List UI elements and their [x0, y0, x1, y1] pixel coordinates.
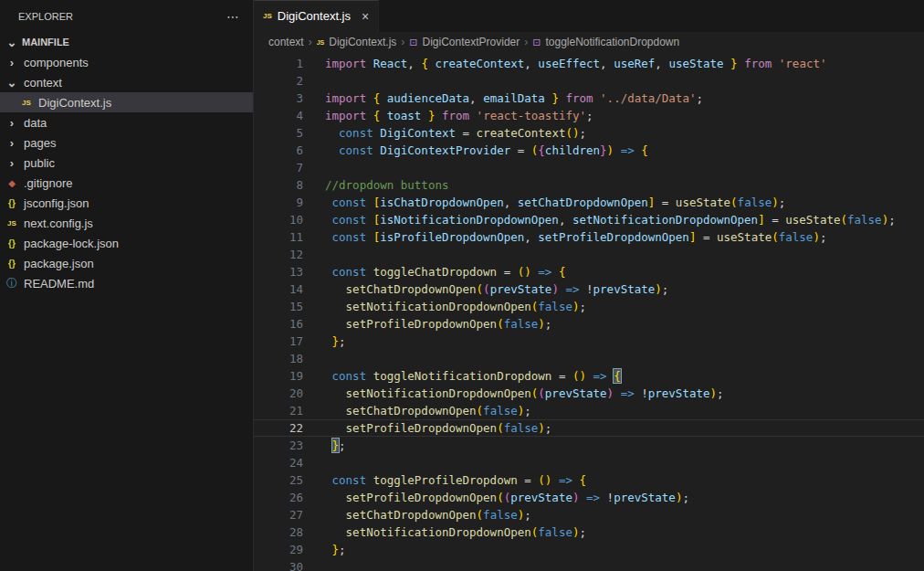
- tree-item-jsconfig-json[interactable]: {}jsconfig.json: [0, 193, 253, 213]
- line-number[interactable]: 6: [254, 142, 303, 159]
- code-token: DigiContext: [380, 126, 456, 140]
- code-line-28[interactable]: 28 setNotificationDropdownOpen(false);: [254, 523, 924, 541]
- line-number[interactable]: 23: [254, 437, 303, 454]
- line-number[interactable]: 8: [254, 176, 303, 194]
- code-token: =>: [586, 491, 600, 504]
- close-icon[interactable]: ×: [362, 9, 369, 24]
- code-token: ;: [339, 439, 346, 452]
- line-number[interactable]: 29: [254, 541, 303, 558]
- tab-digicontext-js[interactable]: JS DigiContext.js ×: [254, 0, 379, 32]
- code-editor[interactable]: 1import React, { createContext, useEffec…: [254, 52, 924, 571]
- tree-item-pages[interactable]: ›pages: [0, 132, 253, 153]
- code-line-29[interactable]: 29 };: [254, 541, 924, 558]
- code-line-25[interactable]: 25 const toggleProfileDropdown = () => {: [254, 471, 924, 489]
- code-line-22[interactable]: 22 setProfileDropdownOpen(false);: [254, 419, 924, 437]
- code-line-13[interactable]: 13 const toggleChatDropdown = () => {: [254, 263, 924, 280]
- line-number[interactable]: 19: [254, 367, 303, 385]
- line-number[interactable]: 13: [254, 263, 303, 280]
- tree-item-label: DigiContext.js: [38, 96, 111, 110]
- line-number[interactable]: 27: [254, 506, 303, 523]
- breadcrumb-item-file[interactable]: DigiContext.js: [329, 36, 396, 48]
- code-line-11[interactable]: 11 const [isProfileDropdownOpen, setProf…: [254, 228, 924, 246]
- line-number[interactable]: 28: [254, 523, 303, 541]
- chevron-right-icon: ›: [4, 116, 20, 130]
- line-number[interactable]: 25: [254, 471, 303, 489]
- code-line-14[interactable]: 14 setChatDropdownOpen((prevState) => !p…: [254, 280, 924, 298]
- tree-item-next-config-js[interactable]: JSnext.config.js: [0, 213, 253, 233]
- code-line-3[interactable]: 3import { audienceData, emailData } from…: [254, 90, 924, 107]
- code-line-15[interactable]: 15 setNotificationDropdownOpen(false);: [254, 298, 924, 315]
- tree-item-package-lock-json[interactable]: {}package-lock.json: [0, 233, 253, 253]
- code-token: =>: [621, 386, 635, 400]
- tree-item-data[interactable]: ›data: [0, 112, 253, 132]
- line-number[interactable]: 4: [254, 107, 303, 124]
- line-number[interactable]: 15: [254, 298, 303, 315]
- code-token: false: [779, 230, 814, 244]
- line-number[interactable]: 12: [254, 246, 303, 263]
- tree-item-context[interactable]: ⌄context: [0, 72, 253, 92]
- code-token: isChatDropdownOpen: [380, 196, 503, 209]
- breadcrumb-item-provider[interactable]: DigiContextProvider: [423, 36, 520, 48]
- code-line-2[interactable]: 2: [254, 72, 924, 90]
- code-line-24[interactable]: 24: [254, 454, 924, 471]
- line-number[interactable]: 7: [254, 159, 303, 176]
- more-actions-icon[interactable]: ⋯: [226, 9, 240, 24]
- code-line-26[interactable]: 26 setProfileDropdownOpen((prevState) =>…: [254, 489, 924, 506]
- line-content: const toggleProfileDropdown = () => {: [325, 471, 586, 489]
- line-number[interactable]: 10: [254, 211, 303, 228]
- code-line-21[interactable]: 21 setChatDropdownOpen(false);: [254, 402, 924, 419]
- line-number[interactable]: 26: [254, 489, 303, 506]
- js-file-icon: JS: [263, 12, 272, 20]
- line-number[interactable]: 11: [254, 228, 303, 246]
- code-line-10[interactable]: 10 const [isNotificationDropdownOpen, se…: [254, 211, 924, 228]
- tree-item-label: pages: [24, 136, 56, 150]
- tree-item-digicontext-js[interactable]: JSDigiContext.js: [0, 92, 253, 112]
- code-line-16[interactable]: 16 setProfileDropdownOpen(false);: [254, 315, 924, 333]
- breadcrumb-item-folder[interactable]: context: [268, 36, 304, 48]
- tree-item-label: package-lock.json: [24, 237, 119, 250]
- line-number[interactable]: 14: [254, 280, 303, 298]
- line-number[interactable]: 21: [254, 402, 303, 419]
- line-number[interactable]: 18: [254, 350, 303, 367]
- code-token: =: [456, 126, 477, 140]
- line-number[interactable]: 20: [254, 385, 303, 402]
- code-line-8[interactable]: 8//dropdown buttons: [254, 176, 924, 194]
- code-line-1[interactable]: 1import React, { createContext, useEffec…: [254, 55, 924, 72]
- code-token: =: [655, 196, 676, 209]
- code-line-6[interactable]: 6 const DigiContextProvider = ({children…: [254, 142, 924, 159]
- breadcrumb-item-function[interactable]: toggleNotificationDropdown: [545, 36, 679, 48]
- line-number[interactable]: 3: [254, 90, 303, 107]
- line-content: };: [325, 541, 346, 558]
- line-number[interactable]: 24: [254, 454, 303, 471]
- line-number[interactable]: 22: [254, 419, 303, 437]
- tree-item-public[interactable]: ›public: [0, 153, 253, 173]
- line-number[interactable]: 9: [254, 194, 303, 211]
- code-line-17[interactable]: 17 };: [254, 333, 924, 350]
- code-token: [325, 473, 332, 487]
- code-line-9[interactable]: 9 const [isChatDropdownOpen, setChatDrop…: [254, 194, 924, 211]
- line-number[interactable]: 1: [254, 55, 303, 72]
- tree-item-readme-md[interactable]: ⓘREADME.md: [0, 273, 253, 293]
- section-header-mainfile[interactable]: ⌄ MAINFILE: [0, 32, 253, 52]
- line-number[interactable]: 16: [254, 315, 303, 333]
- code-line-7[interactable]: 7: [254, 159, 924, 176]
- tree-item-components[interactable]: ›components: [0, 52, 253, 72]
- line-number[interactable]: 17: [254, 333, 303, 350]
- code-line-12[interactable]: 12: [254, 246, 924, 263]
- line-number[interactable]: 2: [254, 72, 303, 90]
- code-line-19[interactable]: 19 const toggleNotificationDropdown = ()…: [254, 367, 924, 385]
- code-line-5[interactable]: 5 const DigiContext = createContext();: [254, 124, 924, 142]
- line-number[interactable]: 5: [254, 124, 303, 142]
- code-line-27[interactable]: 27 setChatDropdownOpen(false);: [254, 506, 924, 523]
- code-line-30[interactable]: 30: [254, 558, 924, 571]
- code-token: }: [332, 334, 340, 348]
- code-line-23[interactable]: 23 };: [254, 437, 924, 454]
- code-token: [325, 213, 332, 227]
- tree-item--gitignore[interactable]: ◆.gitignore: [0, 173, 253, 193]
- line-number[interactable]: 30: [254, 558, 303, 571]
- tree-item-package-json[interactable]: {}package.json: [0, 253, 253, 273]
- code-line-4[interactable]: 4import { toast } from 'react-toastify';: [254, 107, 924, 124]
- code-token: setProfileDropdownOpen: [346, 317, 498, 331]
- code-line-20[interactable]: 20 setNotificationDropdownOpen((prevStat…: [254, 385, 924, 402]
- code-line-18[interactable]: 18: [254, 350, 924, 367]
